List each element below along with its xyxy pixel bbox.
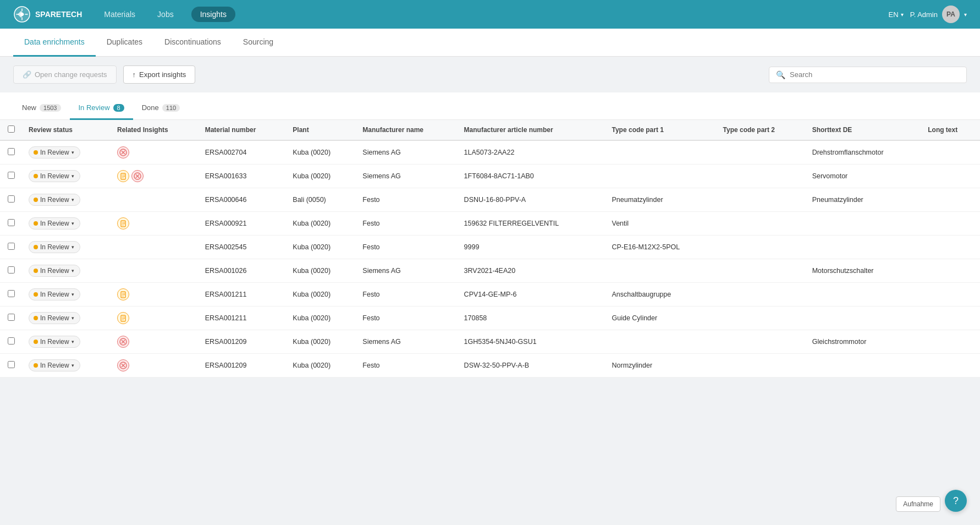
language-selector[interactable]: EN ▾ xyxy=(889,10,904,19)
status-tab-in-review[interactable]: In Review 8 xyxy=(70,99,133,120)
status-badge[interactable]: In Review▾ xyxy=(29,146,80,158)
row-shorttext-de: Motorschutzschalter xyxy=(806,259,922,283)
open-change-requests-button[interactable]: 🔗 Open change requests xyxy=(13,65,117,84)
status-tab-done[interactable]: Done 110 xyxy=(133,99,189,120)
row-manufacturer-name: Festo xyxy=(356,188,457,212)
row-material-number: ERSA001026 xyxy=(199,259,287,283)
row-checkbox[interactable] xyxy=(8,243,15,250)
status-tab-new[interactable]: New 1503 xyxy=(13,99,70,120)
col-type-code-1: Type code part 1 xyxy=(605,120,717,140)
status-badge[interactable]: In Review▾ xyxy=(29,288,80,300)
export-icon: ↑ xyxy=(133,70,136,79)
row-status-cell: In Review▾ xyxy=(22,236,111,259)
row-insights-cell xyxy=(111,259,199,283)
status-chevron-icon: ▾ xyxy=(71,268,74,274)
table-scroll-container: Review status Related Insights Material … xyxy=(0,120,980,378)
select-all-checkbox[interactable] xyxy=(8,125,15,133)
row-type-code-1: Ventil xyxy=(605,212,717,236)
row-checkbox[interactable] xyxy=(8,314,15,321)
nav-jobs[interactable]: Jobs xyxy=(153,7,178,22)
status-badge[interactable]: In Review▾ xyxy=(29,312,80,324)
row-type-code-2 xyxy=(717,307,806,330)
user-menu[interactable]: P. Admin PA ▾ xyxy=(910,6,967,23)
status-badge[interactable]: In Review▾ xyxy=(29,241,80,253)
row-material-number: ERSA001211 xyxy=(199,307,287,330)
row-status-cell: In Review▾ xyxy=(22,188,111,212)
row-checkbox[interactable] xyxy=(8,148,15,155)
table-row: In Review▾ERSA001026Kuba (0020)Siemens A… xyxy=(0,259,980,283)
nav-materials[interactable]: Materials xyxy=(100,7,140,22)
header-right: EN ▾ P. Admin PA ▾ xyxy=(889,6,967,23)
insight-icons xyxy=(117,336,192,348)
nav-insights[interactable]: Insights xyxy=(191,7,235,22)
search-icon: 🔍 xyxy=(776,70,785,79)
status-dot-icon xyxy=(34,316,38,320)
status-badge[interactable]: In Review▾ xyxy=(29,336,80,348)
status-chevron-icon: ▾ xyxy=(71,244,74,250)
insight-icon-yellow xyxy=(117,288,129,300)
row-shorttext-de xyxy=(806,283,922,307)
insight-icons xyxy=(117,312,192,324)
search-input[interactable] xyxy=(790,70,960,79)
col-long-text: Long text xyxy=(921,120,980,140)
insight-icons xyxy=(117,217,192,229)
row-type-code-1 xyxy=(605,259,717,283)
status-dot-icon xyxy=(34,269,38,273)
row-status-cell: In Review▾ xyxy=(22,330,111,354)
col-manufacturer-article-number: Manufacturer article number xyxy=(458,120,605,140)
row-checkbox-cell xyxy=(0,307,22,330)
insight-icon-yellow xyxy=(117,312,129,324)
row-plant: Kuba (0020) xyxy=(286,283,356,307)
row-checkbox[interactable] xyxy=(8,266,15,274)
status-badge[interactable]: In Review▾ xyxy=(29,359,80,371)
row-type-code-2 xyxy=(717,259,806,283)
status-chevron-icon: ▾ xyxy=(71,150,74,155)
col-shorttext-de: Shorttext DE xyxy=(806,120,922,140)
table-row: In Review▾ERSA001209Kuba (0020)Siemens A… xyxy=(0,330,980,354)
row-status-cell: In Review▾ xyxy=(22,354,111,378)
row-checkbox[interactable] xyxy=(8,172,15,179)
status-text: In Review xyxy=(40,338,69,346)
tabs-bar: Data enrichments Duplicates Discontinuat… xyxy=(0,29,980,57)
row-checkbox[interactable] xyxy=(8,219,15,226)
row-plant: Kuba (0020) xyxy=(286,307,356,330)
row-checkbox[interactable] xyxy=(8,361,15,368)
status-badge[interactable]: In Review▾ xyxy=(29,265,80,277)
logo[interactable]: SPARETECH xyxy=(13,6,82,23)
row-plant: Kuba (0020) xyxy=(286,236,356,259)
row-long-text xyxy=(921,212,980,236)
row-long-text xyxy=(921,330,980,354)
row-insights-cell xyxy=(111,283,199,307)
row-insights-cell xyxy=(111,307,199,330)
tab-data-enrichments[interactable]: Data enrichments xyxy=(13,29,96,57)
tab-sourcing[interactable]: Sourcing xyxy=(232,29,284,57)
row-checkbox[interactable] xyxy=(8,337,15,344)
export-insights-button[interactable]: ↑ Export insights xyxy=(123,65,196,84)
col-plant: Plant xyxy=(286,120,356,140)
row-plant: Kuba (0020) xyxy=(286,140,356,165)
status-dot-icon xyxy=(34,340,38,344)
status-badge[interactable]: In Review▾ xyxy=(29,170,80,182)
row-type-code-1: Pneumatzylinder xyxy=(605,188,717,212)
row-shorttext-de xyxy=(806,307,922,330)
tab-duplicates[interactable]: Duplicates xyxy=(96,29,153,57)
toolbar-left: 🔗 Open change requests ↑ Export insights xyxy=(13,65,195,84)
row-long-text xyxy=(921,283,980,307)
row-checkbox[interactable] xyxy=(8,195,15,203)
insight-icons xyxy=(117,170,192,182)
row-article-number: 9999 xyxy=(458,236,605,259)
status-badge[interactable]: In Review▾ xyxy=(29,217,80,229)
content-area: New 1503 In Review 8 Done 110 Review sta… xyxy=(0,92,980,378)
row-shorttext-de: Pneumatzylinder xyxy=(806,188,922,212)
row-type-code-1: Anschaltbaugruppe xyxy=(605,283,717,307)
row-plant: Kuba (0020) xyxy=(286,354,356,378)
status-in-review-label: In Review xyxy=(79,103,110,112)
row-status-cell: In Review▾ xyxy=(22,307,111,330)
row-checkbox[interactable] xyxy=(8,290,15,297)
status-chevron-icon: ▾ xyxy=(71,197,74,203)
tab-discontinuations[interactable]: Discontinuations xyxy=(153,29,232,57)
table-row: In Review▾ERSA002545Kuba (0020)Festo9999… xyxy=(0,236,980,259)
logo-text: SPARETECH xyxy=(35,10,82,19)
status-dot-icon xyxy=(34,198,38,202)
status-badge[interactable]: In Review▾ xyxy=(29,194,80,206)
